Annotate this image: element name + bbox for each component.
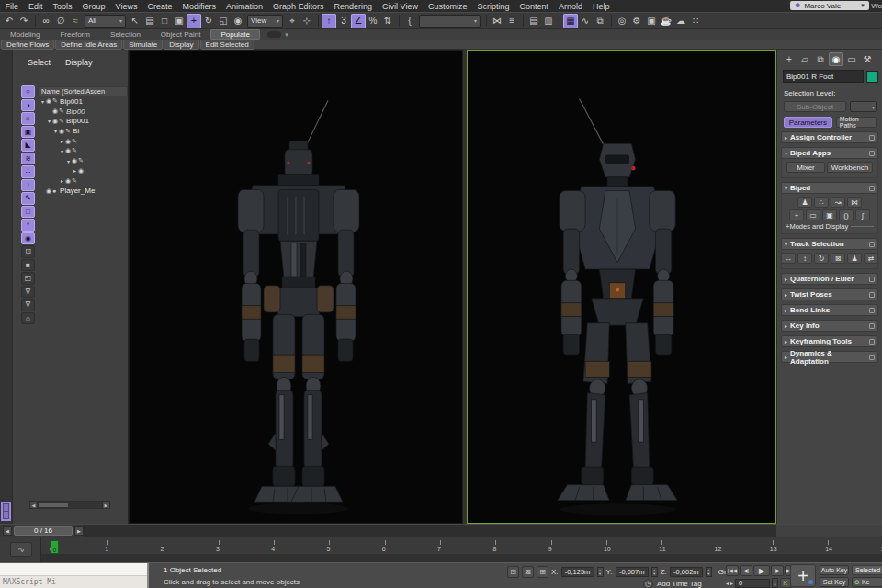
display-tab-icon[interactable]: ▭ (844, 52, 859, 66)
create-tab-icon[interactable]: + (782, 52, 797, 66)
tree-row[interactable]: ◉ ● Player_Me (38, 186, 128, 196)
expand-arrow-icon[interactable]: ▾ (52, 128, 59, 134)
select-by-name-icon[interactable]: ▤ (142, 14, 157, 28)
filter-lights-icon[interactable]: ☼ (21, 112, 35, 125)
selection-set-dropdown[interactable]: Selected (852, 565, 882, 575)
viewport-front-view-active[interactable] (467, 50, 776, 524)
visibility-eye-icon[interactable]: ◉ (46, 97, 51, 105)
tree-row[interactable]: ▸ ◉ ✎ (38, 136, 128, 146)
expand-arrow-icon[interactable]: ▸ (59, 177, 65, 184)
mixer-button[interactable]: Mixer (786, 162, 825, 173)
motion-paths-button[interactable]: Motion Paths (836, 117, 877, 128)
in-place-mode-icon[interactable]: ʃ (855, 209, 870, 220)
ribbon-tab[interactable]: Modeling (0, 29, 50, 40)
frame-tick[interactable]: 10 (604, 540, 659, 563)
populate-tool-button[interactable]: Define Flows (1, 40, 54, 50)
frame-tick[interactable]: 8 (492, 540, 548, 563)
mixer-mode-icon[interactable]: ⋈ (847, 197, 862, 208)
named-selection-sets-dropdown[interactable] (419, 15, 481, 28)
visibility-eye-icon[interactable]: ◉ (65, 177, 71, 185)
tree-row[interactable]: ▾ ◉ ✎ Bip001 (38, 96, 128, 107)
isolate-selection-icon[interactable]: ⊡ (507, 566, 519, 578)
bind-to-space-warp-icon[interactable]: ≈ (68, 14, 83, 28)
hierarchy-tab-icon[interactable]: ⧉ (813, 52, 828, 66)
select-and-move-icon[interactable]: + (187, 14, 201, 28)
menu-item[interactable]: Help (587, 2, 615, 11)
visibility-eye-icon[interactable]: ◉ (52, 107, 58, 115)
pin-icon[interactable] (869, 135, 875, 141)
lock-com-keying-icon[interactable]: ⊠ (831, 253, 845, 264)
align-icon[interactable]: ≡ (504, 14, 519, 28)
keyboard-shortcut-override-icon[interactable]: ↑ (322, 14, 336, 28)
select-object-icon[interactable]: ↖ (128, 14, 142, 28)
selection-filter-dropdown[interactable]: All (85, 15, 126, 28)
expand-arrow-icon[interactable]: ▾ (40, 98, 46, 105)
next-frame-icon[interactable]: |▶ (771, 565, 784, 576)
workbench-button[interactable]: Workbench (827, 162, 873, 173)
toggle-layer-explorer-icon[interactable]: ▤ (526, 14, 541, 28)
frame-back-icon[interactable]: ◂ (726, 580, 729, 586)
menu-item[interactable]: Group (77, 2, 110, 11)
edit-named-selection-sets-icon[interactable]: { (402, 14, 417, 28)
modify-tab-icon[interactable]: ▱ (797, 52, 812, 66)
menu-item[interactable]: Views (110, 2, 142, 11)
frame-tick[interactable]: 13 (770, 540, 825, 563)
menu-item[interactable]: Scripting (472, 2, 514, 11)
add-time-tag[interactable]: ◷ Add Time Tag (643, 579, 702, 588)
chevron-down-icon[interactable]: ▼ (284, 32, 289, 38)
mech-model-front-view[interactable] (517, 96, 718, 517)
pick-container-icon[interactable]: ◰ (21, 272, 35, 285)
pin-icon[interactable] (869, 323, 875, 329)
node-label[interactable]: Bip001 (66, 117, 89, 125)
scroll-left-icon[interactable]: ◀ (29, 501, 38, 509)
y-spinner[interactable]: ▲▼ (651, 567, 658, 577)
tree-row[interactable]: ▾ ◉ ✎ Bip001 (38, 117, 128, 127)
filter-geometry-icon[interactable]: ○ (21, 85, 35, 98)
parameters-button[interactable]: Parameters (784, 117, 832, 128)
set-key-button[interactable]: Set Key (820, 577, 849, 587)
filter-ik-chains-icon[interactable]: ✎ (21, 192, 35, 205)
frame-tick[interactable]: 11 (659, 540, 714, 563)
z-coordinate-field[interactable]: -0,002m (670, 567, 703, 577)
maxscript-text[interactable]: MAXScript Mi (0, 576, 147, 586)
menu-item[interactable]: Rendering (329, 2, 378, 11)
filter-space-warps-icon[interactable]: ≋ (21, 153, 35, 165)
tree-row[interactable]: ▾ ◉ ✎ (38, 156, 128, 166)
horizontal-scrollbar[interactable]: ◀ ▶ (29, 501, 110, 509)
rendered-frame-window-icon[interactable]: ▣ (644, 14, 659, 28)
mirror-icon[interactable]: ⋈ (490, 14, 504, 28)
maxscript-mini-listener[interactable]: MAXScript Mi (0, 563, 149, 588)
user-account-dropdown[interactable]: ☻ Marco Vale ▼ (790, 1, 869, 10)
render-setup-icon[interactable]: ⚙ (629, 14, 644, 28)
visibility-eye-icon[interactable]: ◉ (65, 147, 71, 154)
select-and-manipulate-icon[interactable]: ⊹ (300, 14, 314, 28)
modes-and-display-separator[interactable]: +Modes and Display (786, 222, 874, 231)
expand-arrow-icon[interactable]: ▾ (46, 118, 52, 124)
percent-snap-toggle-icon[interactable]: % (366, 14, 380, 28)
mech-model-back-view[interactable] (207, 98, 390, 516)
unlink-selection-icon[interactable]: ∅ (53, 14, 68, 28)
advanced-filter-icon[interactable]: ∇ (21, 299, 35, 311)
frame-tick[interactable]: 14 (825, 540, 880, 563)
filter-frozen-objects-icon[interactable]: * (21, 219, 35, 232)
footstep-mode-icon[interactable]: ∴ (814, 197, 829, 208)
body-horizontal-icon[interactable]: ↔ (781, 253, 796, 264)
pin-icon[interactable] (869, 151, 875, 156)
snaps-toggle-3d-icon[interactable]: 3 (336, 14, 351, 28)
material-editor-icon[interactable]: ◎ (615, 14, 629, 28)
viewport-back-view[interactable] (129, 50, 463, 524)
frame-tick[interactable]: 4 (271, 540, 326, 563)
filter-bone-objects-icon[interactable]: ≀ (21, 179, 35, 192)
copy-paste-icon[interactable]: () (839, 209, 854, 220)
z-spinner[interactable]: ▲▼ (706, 567, 712, 577)
next-frame-slider-icon[interactable]: ▶ (74, 526, 84, 536)
menu-item[interactable]: Create (142, 2, 177, 11)
frame-tick[interactable]: 2 (161, 540, 216, 563)
spinner-snap-toggle-icon[interactable]: ⇅ (380, 14, 395, 28)
object-name-field[interactable]: Bip001 R Foot (783, 70, 864, 83)
tree-row[interactable]: ▾ ◉ ✎ (38, 146, 128, 156)
select-and-rotate-icon[interactable]: ↻ (201, 14, 216, 28)
tree-row[interactable]: ▾ ◉ ✎ Bi (38, 126, 128, 136)
node-label[interactable]: Bi (73, 127, 79, 135)
current-frame-field[interactable]: 0 (735, 579, 770, 588)
